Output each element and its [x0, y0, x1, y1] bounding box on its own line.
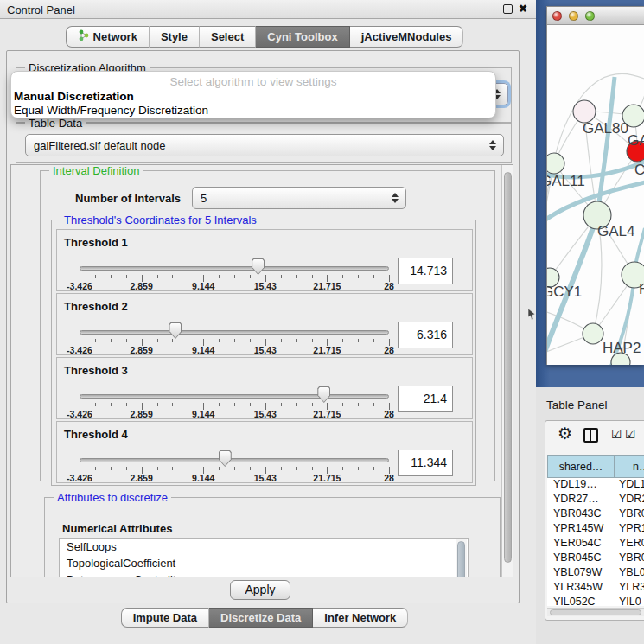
tab-style[interactable]: Style [150, 26, 200, 48]
slider-thumb[interactable] [169, 322, 182, 339]
number-of-intervals-combobox[interactable]: 5 [192, 187, 406, 209]
slider-track[interactable] [80, 266, 389, 271]
cell-name: YDR2 [615, 493, 644, 507]
tick-label: 9.144 [192, 409, 214, 419]
combo-stepper-icon [392, 193, 399, 203]
table-row[interactable]: YIL052CYIL0 [547, 596, 644, 606]
algorithm-dropdown-popup: Select algorithm to view settings Manual… [10, 71, 496, 118]
table-row[interactable]: YDL19…YDL1 [547, 478, 644, 493]
table-row[interactable]: YBL079WYBL0 [547, 566, 644, 581]
scrollbar-thumb[interactable] [504, 172, 512, 563]
close-icon[interactable]: ✖ [519, 3, 527, 15]
slider-thumb[interactable] [317, 386, 330, 403]
table-row[interactable]: YLR345WYLR3 [547, 581, 644, 596]
dropdown-item-manual-discretization[interactable]: Manual Discretization [14, 90, 134, 103]
tab-select[interactable]: Select [200, 26, 256, 48]
number-of-intervals-label: Number of Intervals [75, 192, 181, 205]
network-node-HAP2[interactable] [583, 323, 603, 344]
slider-track[interactable] [80, 330, 389, 335]
tab-infer-network[interactable]: Infer Network [313, 608, 408, 628]
tick-label: -3.426 [67, 473, 92, 483]
slider-thumb[interactable] [219, 450, 232, 467]
threshold-3-panel: Threshold 3 -3.4262.8599.14415.4321.7152… [56, 357, 473, 419]
panel-title: Control Panel [7, 3, 75, 16]
tick-label: 15.43 [254, 409, 277, 419]
cell-shared-name: YBL079W [547, 566, 615, 581]
cell-name: YIL0 [615, 596, 644, 606]
list-vertical-scrollbar[interactable] [456, 539, 467, 577]
column-header[interactable]: n… [615, 455, 644, 478]
slider-thumb[interactable] [252, 258, 265, 275]
float-window-icon[interactable] [503, 4, 513, 14]
threshold-label: Threshold 3 [64, 364, 128, 377]
split-columns-icon[interactable] [583, 428, 598, 443]
table-data-value: galFiltered.sif default node [34, 139, 165, 152]
threshold-value-field[interactable]: 14.713 [398, 258, 453, 284]
cell-name: YDL1 [615, 478, 644, 493]
tick-label: 2.859 [130, 281, 152, 291]
network-canvas[interactable]: GAL80GACGAL11GAL4GCY1HHAP2 [547, 25, 644, 365]
cell-shared-name: YDR27… [547, 493, 615, 507]
table-row[interactable]: YER054CYER0 [547, 537, 644, 552]
scrollbar-thumb[interactable] [550, 609, 641, 615]
attribute-list-item[interactable]: TopologicalCoefficient [60, 555, 468, 571]
threshold-value-field[interactable]: 21.4 [398, 386, 453, 412]
tick-label: 2.859 [130, 345, 152, 355]
node-label: GA [628, 132, 644, 149]
group-title: Threshold's Coordinates for 5 Intervals [61, 214, 260, 226]
tick-label: -3.426 [67, 345, 92, 355]
cell-shared-name: YBR043C [547, 507, 615, 522]
cell-name: YBR0 [615, 507, 644, 522]
tick-label: 21.715 [313, 473, 341, 483]
apply-button[interactable]: Apply [230, 580, 290, 600]
attribute-list-item[interactable]: SelfLoops [60, 539, 468, 555]
tick-label: 21.715 [313, 281, 341, 291]
tab-jactivemnodules[interactable]: jActiveMNodules [350, 26, 464, 48]
attribute-list-item[interactable]: BetweennessCentrality [60, 571, 468, 577]
scrollbar-thumb[interactable] [457, 541, 465, 577]
group-title: Table Data [25, 117, 86, 130]
threshold-coordinates-group: Threshold's Coordinates for 5 Intervals … [51, 220, 476, 486]
tick-label: 9.144 [192, 473, 214, 483]
checkbox-icon[interactable]: ☑ [625, 427, 636, 441]
dropdown-item-equal-width-frequency[interactable]: Equal Width/Frequency Discretization [14, 104, 208, 117]
close-traffic-light[interactable] [552, 11, 562, 21]
table-row[interactable]: YDR27…YDR2 [547, 493, 644, 507]
settings-vertical-scrollbar[interactable] [501, 165, 513, 577]
slider-track[interactable] [80, 458, 389, 462]
slider-track[interactable] [80, 394, 389, 399]
gear-icon[interactable]: ⚙ [558, 424, 572, 443]
threshold-value-field[interactable]: 6.316 [398, 322, 453, 348]
tab-cyni-toolbox[interactable]: Cyni Toolbox [256, 26, 349, 48]
tab-network[interactable]: Network [66, 26, 150, 48]
tab-impute-data[interactable]: Impute Data [121, 608, 209, 628]
top-tab-bar: NetworkStyleSelectCyni ToolboxjActiveMNo… [0, 26, 529, 48]
column-header[interactable]: shared… [547, 455, 615, 478]
table-row[interactable]: YBR043CYBR0 [547, 507, 644, 522]
cell-name: YER0 [615, 537, 644, 552]
table-row[interactable]: YBR045CYBR0 [547, 552, 644, 566]
dropdown-placeholder: Select algorithm to view settings [11, 75, 495, 88]
cell-name: YBL0 [615, 566, 644, 581]
attributes-to-discretize-group: Attributes to discretize Numerical Attri… [44, 497, 501, 577]
threshold-2-panel: Threshold 2 -3.4262.8599.14415.4321.7152… [56, 293, 473, 355]
table-horizontal-scrollbar[interactable] [547, 608, 644, 616]
threshold-value-field[interactable]: 11.344 [398, 450, 453, 476]
checkbox-icon[interactable]: ☑ [611, 427, 622, 441]
table-row[interactable]: YPR145WYPR1 [547, 522, 644, 537]
zoom-traffic-light[interactable] [585, 11, 595, 21]
network-node-GAL11[interactable] [547, 153, 564, 174]
settings-scroll-area: Interval Definition Number of Intervals … [10, 164, 513, 577]
cell-name: YPR1 [615, 522, 644, 537]
tab-discretize-data[interactable]: Discretize Data [209, 608, 313, 628]
node-label: GAL4 [597, 223, 634, 239]
network-view-window: GAL80GACGAL11GAL4GCY1HHAP2 [546, 6, 644, 365]
table-data-combobox[interactable]: galFiltered.sif default node [25, 134, 504, 156]
numerical-attributes-list[interactable]: SelfLoopsTopologicalCoefficientBetweenne… [59, 538, 469, 577]
node-label: HAP2 [603, 340, 641, 356]
tick-label: 15.43 [254, 281, 277, 291]
node-label: H [639, 281, 644, 297]
minimize-traffic-light[interactable] [569, 11, 578, 21]
mouse-cursor [527, 309, 536, 321]
cell-name: YLR3 [615, 581, 644, 596]
